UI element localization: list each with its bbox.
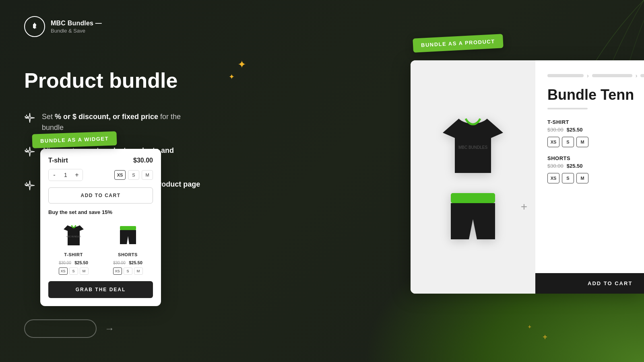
- pp-shorts-label: SHORTS: [547, 155, 644, 161]
- pp-shorts-s[interactable]: S: [562, 173, 574, 183]
- breadcrumbs: › ›: [547, 72, 644, 79]
- sparkle-gold-2: ✦: [229, 72, 235, 81]
- badge-widget: BUNDLE AS A WIDGET: [32, 131, 117, 148]
- tshirt-size-s[interactable]: S: [69, 267, 78, 275]
- svg-text:E: E: [33, 23, 36, 29]
- bundle-item-tshirt-sizes: XS S M: [48, 267, 99, 275]
- widget-product-name: T-shirt: [48, 157, 68, 164]
- qty-decrease-btn[interactable]: -: [49, 169, 60, 181]
- tshirt-size-xs[interactable]: XS: [59, 267, 68, 275]
- main-heading: Product bundle: [24, 69, 201, 92]
- widget-price: $30.00: [133, 157, 153, 164]
- shorts-size-s[interactable]: S: [124, 267, 132, 275]
- product-tshirt-svg: MBC BUNDLES: [437, 107, 509, 179]
- breadcrumb-3: [640, 74, 644, 77]
- pp-shorts-sizes: XS S M: [547, 173, 644, 183]
- bottom-decoration: →: [24, 319, 114, 338]
- pp-shorts-m[interactable]: M: [576, 173, 588, 183]
- plus-gold-3: +: [528, 323, 531, 330]
- bundle-item-shorts-name: SHORTS: [103, 252, 153, 257]
- qty-control: - 1 +: [48, 169, 83, 181]
- logo-icon: E: [24, 16, 45, 37]
- sparkle-icon-1: [24, 112, 35, 123]
- breadcrumb-1: [547, 74, 584, 77]
- grab-deal-btn[interactable]: GRAB THE DEAL: [48, 281, 153, 298]
- bundle-item-shorts-price: $30.00 $25.50: [103, 259, 153, 266]
- feature-item-1: Set % or $ discount, or fixed price for …: [24, 111, 201, 133]
- bundle-items: MBC BUNDLES T-SHIRT $30.00 $25.50 XS S M: [48, 221, 153, 275]
- bundle-item-tshirt-name: T-SHIRT: [48, 252, 99, 257]
- logo-title: MBC Bundles —: [51, 20, 102, 27]
- pp-tshirt-section: T-SHIRT $30.00 $25.50 XS S M: [547, 119, 644, 155]
- pp-shorts-section: SHORTS $30.00 $25.50 XS S M: [547, 155, 644, 191]
- size-buttons: XS S M: [114, 170, 153, 180]
- plus-separator-icon: +: [521, 200, 527, 213]
- bundle-item-shorts: SHORTS $30.00 $25.50 XS S M: [103, 221, 153, 275]
- sparkle-icon-3: [24, 180, 35, 191]
- pp-shorts-price: $30.00 $25.50: [547, 163, 644, 169]
- bundle-item-shorts-sizes: XS S M: [103, 267, 153, 275]
- pp-tshirt-label: T-SHIRT: [547, 119, 644, 125]
- widget-card: T-shirt $30.00 - 1 + XS S M ADD TO CART …: [40, 149, 161, 306]
- svg-rect-2: [120, 226, 136, 230]
- qty-number: 1: [60, 169, 71, 181]
- logo-text: MBC Bundles — Bundle & Save: [51, 20, 102, 34]
- logo: E MBC Bundles — Bundle & Save: [24, 16, 201, 37]
- size-btn-xs[interactable]: XS: [114, 170, 126, 180]
- product-page-left: MBC BUNDLES +: [411, 60, 535, 294]
- bundle-item-tshirt-img: MBC BUNDLES: [60, 221, 88, 249]
- breadcrumb-2: [592, 74, 632, 77]
- tshirt-size-m[interactable]: M: [80, 267, 89, 275]
- title-underline: [547, 108, 588, 109]
- qty-increase-btn[interactable]: +: [71, 169, 83, 181]
- pp-tshirt-xs[interactable]: XS: [547, 137, 559, 147]
- pp-shorts-xs[interactable]: XS: [547, 173, 559, 183]
- bundle-page-title: Bundle Tenn: [547, 87, 644, 103]
- sparkle-gold-1: ✦: [237, 58, 246, 71]
- pp-add-to-cart-btn[interactable]: ADD TO CART: [535, 273, 644, 294]
- pp-tshirt-s[interactable]: S: [562, 137, 574, 147]
- shorts-size-m[interactable]: M: [134, 267, 143, 275]
- bundle-item-tshirt: MBC BUNDLES T-SHIRT $30.00 $25.50 XS S M: [48, 221, 99, 275]
- product-shorts-svg: [441, 183, 505, 247]
- product-images: MBC BUNDLES +: [437, 107, 509, 247]
- tshirt-small-svg: MBC BUNDLES: [62, 222, 86, 248]
- bundle-item-shorts-img: [114, 221, 142, 249]
- size-btn-s[interactable]: S: [128, 170, 139, 180]
- pp-tshirt-price: $30.00 $25.50: [547, 127, 644, 133]
- pill-outline: [24, 319, 97, 338]
- pp-tshirt-sizes: XS S M: [547, 137, 644, 147]
- feature-text-1: Set % or $ discount, or fixed price for …: [42, 111, 201, 133]
- bundle-item-tshirt-price: $30.00 $25.50: [48, 259, 99, 266]
- widget-product-row: T-shirt $30.00: [48, 157, 153, 164]
- bundle-save-text: Buy the set and save 15%: [48, 209, 153, 215]
- product-page-right: › › Bundle Tenn T-SHIRT $30.00 $25.50 XS…: [535, 60, 644, 294]
- logo-subtitle: Bundle & Save: [51, 28, 102, 34]
- product-page-card: MBC BUNDLES + › › Bundle Tenn T-SHIRT: [411, 60, 644, 294]
- shorts-size-xs[interactable]: XS: [113, 267, 122, 275]
- logo-svg: E: [29, 21, 40, 32]
- svg-rect-4: [451, 193, 495, 203]
- svg-text:MBC BUNDLES: MBC BUNDLES: [458, 145, 488, 150]
- add-to-cart-widget-btn[interactable]: ADD TO CART: [48, 187, 153, 204]
- plus-gold-2: +: [543, 333, 547, 342]
- size-btn-m[interactable]: M: [142, 170, 153, 180]
- shorts-small-svg: [116, 222, 140, 248]
- widget-controls: - 1 + XS S M: [48, 169, 153, 181]
- pp-tshirt-m[interactable]: M: [576, 137, 588, 147]
- svg-text:MBC BUNDLES: MBC BUNDLES: [66, 235, 81, 238]
- arrow-right-icon: →: [105, 323, 114, 334]
